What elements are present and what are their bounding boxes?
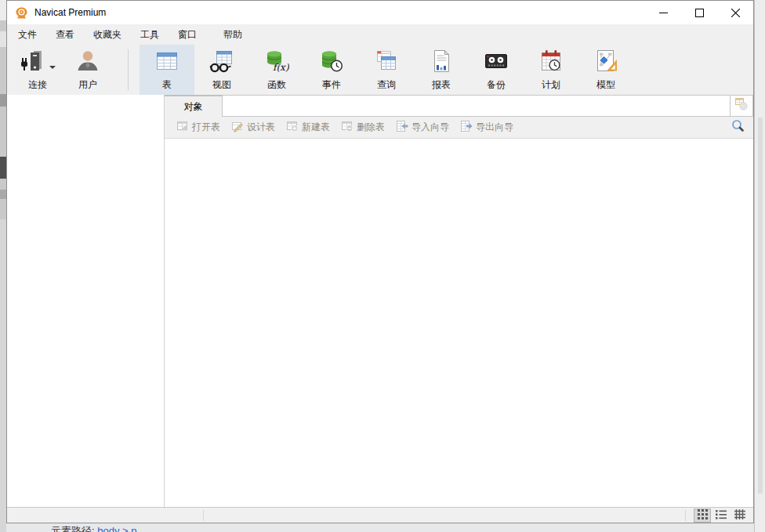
window-title: Navicat Premium xyxy=(34,7,106,18)
background-strip-right xyxy=(754,0,765,532)
object-filter-input[interactable] xyxy=(222,95,730,117)
background-scrollbar xyxy=(758,118,763,494)
grid-view-icon xyxy=(698,508,708,523)
obj-button-label: 打开表 xyxy=(192,121,220,134)
table-icon xyxy=(154,49,179,76)
detail-view-icon xyxy=(734,508,745,523)
statusbar-divider xyxy=(203,510,204,521)
new-table-button[interactable]: 新建表 xyxy=(281,119,335,136)
toolbar-label: 备份 xyxy=(487,78,506,92)
import-wizard-icon xyxy=(396,120,408,135)
obj-button-label: 删除表 xyxy=(357,121,385,134)
main-toolbar: 连接 用户 表 xyxy=(7,45,753,95)
report-icon xyxy=(429,49,454,76)
toolbar-query-button[interactable]: 查询 xyxy=(359,45,414,95)
menu-view[interactable]: 查看 xyxy=(46,24,84,45)
main-panel: 对象 xyxy=(165,95,753,507)
connection-icon xyxy=(20,49,45,76)
objects-list-area[interactable] xyxy=(165,139,753,507)
model-icon xyxy=(593,49,618,76)
element-path-value[interactable]: body > p xyxy=(97,525,136,532)
menu-window[interactable]: 窗口 xyxy=(169,24,206,45)
design-table-icon xyxy=(231,120,244,135)
list-view-button[interactable] xyxy=(712,508,730,523)
titlebar: Navicat Premium xyxy=(7,1,753,24)
connections-sidebar[interactable] xyxy=(7,95,165,507)
grid-view-button[interactable] xyxy=(694,508,711,523)
search-button[interactable] xyxy=(728,119,747,136)
design-table-button[interactable]: 设计表 xyxy=(226,119,281,136)
list-view-icon xyxy=(716,508,727,523)
delete-table-icon xyxy=(341,120,353,135)
statusbar-divider xyxy=(685,510,686,521)
toolbar-label: 表 xyxy=(162,78,172,92)
obj-button-label: 设计表 xyxy=(247,121,275,134)
obj-button-label: 导入向导 xyxy=(412,121,449,134)
toolbar-label: 事件 xyxy=(322,78,341,92)
detail-view-button[interactable] xyxy=(731,508,749,523)
obj-button-label: 导出向导 xyxy=(476,121,513,134)
toolbar-connection-button[interactable]: 连接 xyxy=(15,45,60,95)
toolbar-function-button[interactable]: f(x) 函数 xyxy=(249,45,304,95)
window-controls xyxy=(645,1,753,24)
tab-objects[interactable]: 对象 xyxy=(165,95,222,117)
maximize-icon xyxy=(695,9,704,17)
toolbar-label: 连接 xyxy=(28,78,47,92)
schedule-icon xyxy=(538,49,564,76)
toolbar-backup-button[interactable]: 备份 xyxy=(469,45,524,95)
toolbar-report-button[interactable]: 报表 xyxy=(414,45,469,95)
work-area: 对象 xyxy=(7,95,753,507)
toolbar-table-button[interactable]: 表 xyxy=(140,45,194,95)
function-icon: f(x) xyxy=(264,49,289,76)
menu-tools[interactable]: 工具 xyxy=(131,24,169,45)
toolbar-label: 用户 xyxy=(78,78,97,92)
menubar: 文件 查看 收藏夹 工具 窗口 帮助 xyxy=(7,24,753,45)
query-icon xyxy=(374,49,399,76)
toolbar-label: 查询 xyxy=(377,78,396,92)
new-table-icon xyxy=(286,120,299,135)
backup-icon xyxy=(484,49,509,76)
toolbar-label: 计划 xyxy=(542,78,560,92)
menu-help[interactable]: 帮助 xyxy=(214,24,252,45)
minimize-button[interactable] xyxy=(645,1,681,24)
toolbar-label: 函数 xyxy=(267,78,286,92)
toolbar-user-button[interactable]: 用户 xyxy=(60,45,115,95)
statusbar xyxy=(7,507,753,523)
close-icon xyxy=(731,9,740,17)
toolbar-label: 报表 xyxy=(432,78,451,92)
open-table-icon xyxy=(176,120,189,135)
toolbar-model-button[interactable]: 模型 xyxy=(578,45,633,95)
obj-button-label: 新建表 xyxy=(302,121,330,134)
table-settings-button[interactable] xyxy=(730,95,753,117)
toolbar-event-button[interactable]: 事件 xyxy=(304,45,359,95)
user-icon xyxy=(75,49,100,76)
objects-toolbar: 打开表 设计表 xyxy=(165,117,753,139)
background-app-strip-left xyxy=(0,0,6,532)
element-path-text: 元素路径: body > p xyxy=(51,524,137,532)
menu-favorites[interactable]: 收藏夹 xyxy=(84,24,131,45)
table-settings-icon xyxy=(734,97,749,114)
export-wizard-button[interactable]: 导出向导 xyxy=(455,119,519,136)
open-table-button[interactable]: 打开表 xyxy=(171,119,226,136)
delete-table-button[interactable]: 删除表 xyxy=(335,119,390,136)
import-wizard-button[interactable]: 导入向导 xyxy=(390,119,455,136)
toolbar-schedule-button[interactable]: 计划 xyxy=(524,45,578,95)
toolbar-view-button[interactable]: 视图 xyxy=(194,45,249,95)
element-path-label: 元素路径: xyxy=(51,525,95,532)
export-wizard-icon xyxy=(460,120,473,135)
toolbar-separator xyxy=(128,49,129,90)
search-icon xyxy=(731,119,745,136)
connection-dropdown-icon[interactable] xyxy=(49,66,56,69)
navicat-logo-icon xyxy=(15,6,28,20)
event-icon xyxy=(319,49,344,76)
svg-text:f(x): f(x) xyxy=(273,62,289,73)
toolbar-label: 模型 xyxy=(596,78,615,92)
navicat-window: Navicat Premium 文件 查看 收藏夹 工具 窗口 帮助 xyxy=(6,0,754,523)
close-button[interactable] xyxy=(717,1,753,24)
view-toggles xyxy=(685,508,749,523)
menu-file[interactable]: 文件 xyxy=(9,24,46,45)
toolbar-label: 视图 xyxy=(212,78,231,92)
view-icon xyxy=(209,49,234,76)
minimize-icon xyxy=(659,9,668,17)
maximize-button[interactable] xyxy=(681,1,717,24)
